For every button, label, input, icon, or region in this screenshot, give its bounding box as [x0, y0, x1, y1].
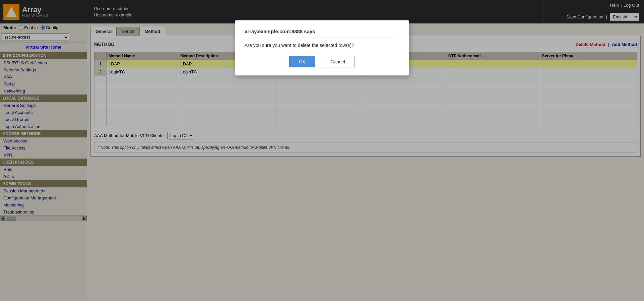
confirm-dialog: array.example.com:8888 says Are you sure…: [235, 20, 409, 76]
dialog-title: array.example.com:8888 says: [245, 28, 399, 38]
ok-button[interactable]: OK: [289, 56, 315, 67]
dialog-message: Are you sure you want to delete the sele…: [245, 43, 399, 48]
dialog-buttons: OK Cancel: [245, 56, 399, 67]
dialog-overlay: array.example.com:8888 says Are you sure…: [0, 0, 644, 301]
cancel-button[interactable]: Cancel: [321, 56, 355, 67]
